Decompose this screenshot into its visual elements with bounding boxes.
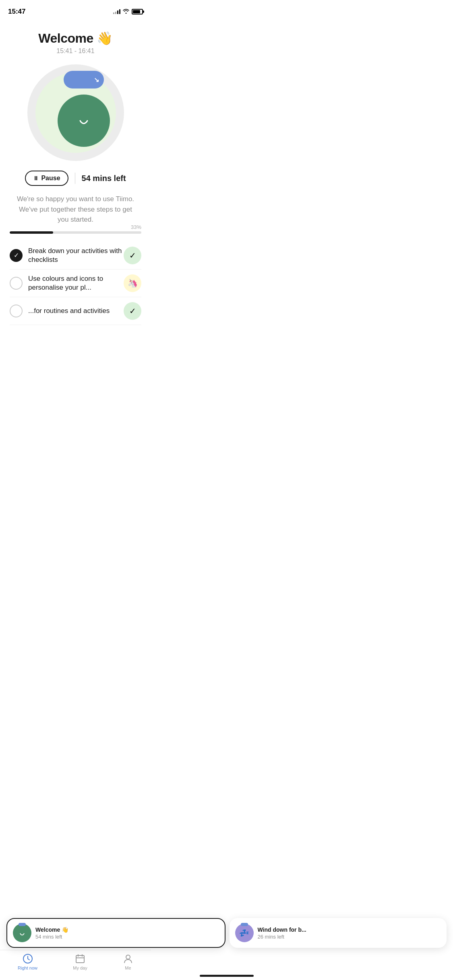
description-text: We're so happy you want to use Tiimo. We… — [10, 194, 141, 225]
controls-row: ⏸ Pause 54 mins left — [25, 171, 126, 186]
checklist-left: ✓ Break down your activities with checkl… — [10, 247, 124, 264]
status-icons — [113, 8, 143, 15]
check-empty-icon — [10, 277, 23, 290]
pause-icon: ⏸ — [33, 175, 39, 181]
item-label: Use colours and icons to personalise you… — [28, 274, 124, 292]
item-action-icon: 🦄 — [124, 274, 141, 292]
progress-blob: ↘ — [64, 71, 104, 89]
item-label: Break down your activities with checklis… — [28, 247, 124, 264]
progress-section: 33% — [10, 231, 141, 234]
checklist-left: Use colours and icons to personalise you… — [10, 274, 124, 292]
welcome-title: Welcome 👋 — [38, 31, 112, 46]
checklist-item[interactable]: ...for routines and activities ✓ — [10, 297, 141, 325]
progress-bar-fill — [10, 231, 53, 234]
pause-label: Pause — [41, 175, 60, 182]
circle-inner — [58, 95, 110, 147]
progress-percent: 33% — [131, 224, 141, 230]
main-content: Welcome 👋 15:41 - 16:41 ↘ ⏸ Pause — [0, 18, 151, 325]
check-empty-icon — [10, 305, 23, 317]
signal-icon — [113, 9, 120, 14]
item-action-icon: ✓ — [124, 302, 141, 320]
smile-icon — [74, 109, 94, 132]
checklist-left: ...for routines and activities — [10, 305, 110, 317]
checklist-item[interactable]: ✓ Break down your activities with checkl… — [10, 242, 141, 270]
time-left: 54 mins left — [82, 174, 126, 183]
item-label: ...for routines and activities — [28, 307, 110, 315]
checklist-items: ✓ Break down your activities with checkl… — [10, 242, 141, 325]
blob-arrow-icon: ↘ — [94, 76, 99, 84]
wifi-icon — [123, 8, 129, 15]
checklist-item[interactable]: Use colours and icons to personalise you… — [10, 270, 141, 297]
pause-button[interactable]: ⏸ Pause — [25, 171, 68, 186]
status-bar: 15:47 — [0, 0, 151, 18]
progress-bar-track — [10, 231, 141, 234]
divider — [75, 173, 75, 184]
circle-timer[interactable]: ↘ — [27, 64, 124, 161]
status-time: 15:47 — [8, 8, 25, 16]
item-action-icon: ✓ — [124, 247, 141, 264]
check-filled-icon: ✓ — [10, 249, 23, 262]
time-range: 15:41 - 16:41 — [56, 47, 94, 55]
battery-icon — [132, 9, 143, 14]
